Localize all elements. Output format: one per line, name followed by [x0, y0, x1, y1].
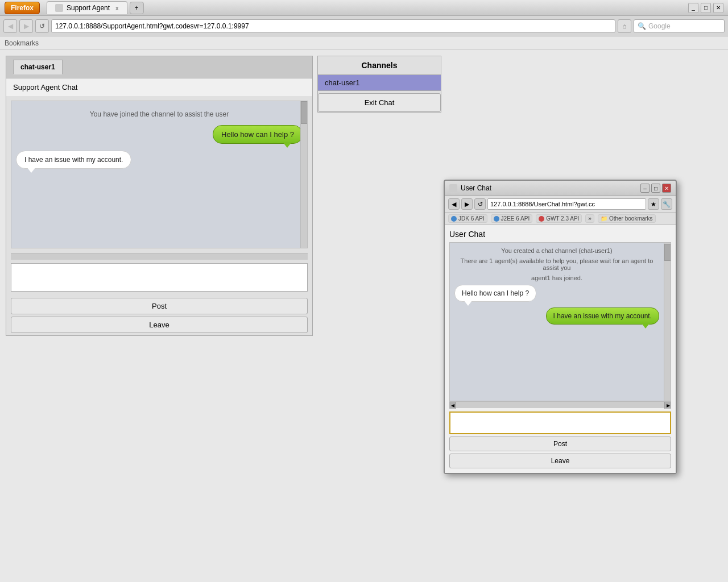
popup-close-button[interactable]: ✕ — [662, 184, 671, 193]
popup-tools-button[interactable]: 🔧 — [661, 198, 672, 210]
popup-system-msg2: There are 1 agent(s) available to help y… — [454, 257, 659, 271]
maximize-button[interactable]: □ — [701, 3, 711, 13]
popup-leave-button[interactable]: Leave — [449, 454, 671, 468]
chat-vertical-scrollbar[interactable] — [300, 101, 307, 248]
bookmarks-bar: Bookmarks — [0, 36, 728, 50]
reload-button[interactable]: ↺ — [35, 19, 49, 33]
popup-minimize-button[interactable]: – — [640, 184, 650, 193]
search-bar-label: Google — [648, 22, 671, 30]
bookmark-gwt-icon — [539, 216, 544, 222]
popup-hscroll-left-arrow[interactable]: ◀ — [449, 402, 456, 409]
chat-tab[interactable]: chat-user1 — [13, 60, 63, 74]
window-controls: _ □ ✕ — [688, 3, 723, 13]
popup-titlebar: User Chat – □ ✕ — [445, 181, 676, 196]
user-chat-popup: User Chat – □ ✕ ◀ ▶ ↺ ★ 🔧 JD — [444, 180, 677, 474]
tab-favicon — [55, 4, 63, 12]
popup-scrollbar-thumb[interactable] — [664, 244, 671, 261]
popup-content: User Chat You created a chat channel (ch… — [445, 225, 676, 473]
home-button[interactable]: ⌂ — [618, 19, 631, 33]
popup-agent-bubble: Hello how can I help ? — [454, 285, 536, 302]
address-bar[interactable] — [51, 19, 615, 33]
popup-favicon — [449, 184, 457, 192]
popup-agent-message: Hello how can I help ? — [454, 285, 659, 302]
user-message-left: I have an issue with my account. — [16, 151, 303, 169]
chat-horizontal-scrollbar[interactable] — [11, 253, 308, 260]
popup-vertical-scrollbar[interactable] — [664, 243, 671, 401]
bookmarks-label: Bookmarks — [5, 39, 39, 47]
popup-maximize-button[interactable]: □ — [651, 184, 660, 193]
popup-bookmarks-bar: JDK 6 API J2EE 6 API GWT 2.3 API » 📁 Oth… — [445, 213, 676, 225]
channels-panel: Channels chat-user1 Exit Chat — [317, 56, 441, 113]
agent-message-right: Hello how can I help ? — [16, 125, 303, 144]
browser-navbar: ◀ ▶ ↺ ⌂ 🔍 Google — [0, 16, 728, 36]
popup-forward-button[interactable]: ▶ — [461, 198, 473, 210]
browser-content: chat-user1 Support Agent Chat You have j… — [0, 50, 728, 582]
search-bar[interactable]: 🔍 Google — [634, 19, 725, 33]
popup-system-msg1: You created a chat channel (chat-user1) — [454, 247, 659, 254]
popup-post-button[interactable]: Post — [449, 436, 671, 451]
popup-navbar: ◀ ▶ ↺ ★ 🔧 — [445, 196, 676, 213]
user-bubble: I have an issue with my account. — [16, 151, 131, 169]
popup-address-bar[interactable] — [487, 198, 646, 210]
bookmark-other[interactable]: 📁 Other bookmarks — [598, 214, 656, 223]
popup-bookmark-star[interactable]: ★ — [648, 198, 659, 210]
popup-back-button[interactable]: ◀ — [448, 198, 460, 210]
bookmark-j2ee6[interactable]: J2EE 6 API — [491, 214, 533, 223]
bookmark-jdk6-icon — [451, 216, 457, 222]
bookmark-more[interactable]: » — [585, 214, 594, 223]
panel-tab: chat-user1 — [6, 56, 312, 78]
popup-text-input[interactable] — [449, 411, 671, 434]
bookmark-gwt[interactable]: GWT 2.3 API — [536, 214, 582, 223]
user-chat-area: You created a chat channel (chat-user1) … — [449, 242, 671, 401]
bookmark-j2ee6-label: J2EE 6 API — [501, 215, 530, 222]
bookmark-j2ee6-icon — [494, 216, 499, 222]
tab-title: Support Agent — [67, 4, 110, 12]
minimize-button[interactable]: _ — [688, 3, 698, 13]
scrollbar-thumb[interactable] — [301, 101, 308, 124]
search-engine-icon: 🔍 — [638, 22, 646, 30]
popup-reload-button[interactable]: ↺ — [474, 198, 486, 210]
agent-text-input[interactable] — [11, 263, 308, 292]
support-agent-title: Support Agent Chat — [6, 78, 312, 96]
bookmark-more-label: » — [588, 215, 592, 222]
active-tab[interactable]: Support Agent x — [47, 1, 127, 14]
popup-page-title: User Chat — [449, 230, 671, 239]
channels-header: Channels — [318, 56, 441, 75]
browser-window: Firefox Support Agent x + _ □ ✕ ◀ ▶ ↺ ⌂ … — [0, 0, 728, 582]
post-button[interactable]: Post — [11, 298, 308, 314]
popup-user-bubble: I have an issue with my account. — [546, 307, 659, 325]
browser-titlebar: Firefox Support Agent x + _ □ ✕ — [0, 0, 728, 16]
close-button[interactable]: ✕ — [713, 3, 723, 13]
new-tab-button[interactable]: + — [130, 2, 144, 14]
bookmark-other-label: Other bookmarks — [609, 215, 653, 222]
agent-bubble: Hello how can I help ? — [213, 125, 303, 144]
bookmark-gwt-label: GWT 2.3 API — [546, 215, 579, 222]
system-message: You have joined the channel to assist th… — [16, 106, 303, 118]
bookmark-jdk6-label: JDK 6 API — [458, 215, 485, 222]
bookmark-folder-icon: 📁 — [601, 215, 607, 222]
bookmark-jdk6[interactable]: JDK 6 API — [448, 214, 487, 223]
tab-bar: Support Agent x + — [47, 1, 144, 14]
back-button[interactable]: ◀ — [3, 19, 17, 33]
support-agent-panel: chat-user1 Support Agent Chat You have j… — [6, 56, 313, 336]
popup-system-msg3: agent1 has joined. — [454, 275, 659, 281]
popup-window-title: User Chat — [461, 184, 637, 192]
forward-button[interactable]: ▶ — [19, 19, 33, 33]
popup-window-controls: – □ ✕ — [640, 184, 671, 193]
support-agent-chat-area: You have joined the channel to assist th… — [11, 101, 308, 248]
channel-item[interactable]: chat-user1 — [318, 75, 441, 91]
popup-user-message: I have an issue with my account. — [454, 307, 659, 325]
tab-close-icon[interactable]: x — [115, 5, 119, 11]
popup-horizontal-scrollbar[interactable]: ◀ ▶ — [449, 401, 671, 408]
leave-button[interactable]: Leave — [11, 317, 308, 333]
exit-chat-button[interactable]: Exit Chat — [318, 93, 441, 112]
popup-hscroll-right-arrow[interactable]: ▶ — [664, 402, 671, 409]
firefox-button[interactable]: Firefox — [5, 2, 40, 14]
